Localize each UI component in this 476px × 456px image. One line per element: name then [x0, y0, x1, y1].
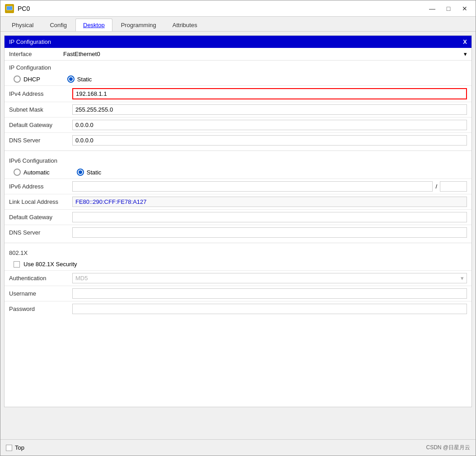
- content-spacer: [5, 316, 471, 407]
- ipv6-prefix-input[interactable]: [440, 181, 467, 192]
- app-icon: [5, 4, 14, 13]
- svg-rect-2: [7, 6, 12, 10]
- auth-value: MD5: [75, 275, 88, 282]
- ipv6-address-label: IPv6 Address: [9, 183, 72, 190]
- panel-close-button[interactable]: X: [463, 38, 467, 45]
- subnet-mask-row: Subnet Mask: [5, 102, 471, 117]
- dns-server-label: DNS Server: [9, 137, 72, 144]
- top-checkbox[interactable]: [6, 445, 12, 451]
- ipv4-section-title: IP Configuration: [5, 61, 471, 73]
- interface-label: Interface: [9, 51, 63, 57]
- window-controls: — □ ✕: [426, 4, 471, 14]
- watermark: CSDN @日星月云: [426, 444, 470, 451]
- automatic-label: Automatic: [23, 169, 50, 176]
- ipv6-address-input[interactable]: [72, 181, 433, 192]
- ipv4-address-label: IPv4 Address: [9, 90, 72, 97]
- ipv6-slash: /: [433, 183, 440, 190]
- title-bar: PC0 — □ ✕: [0, 0, 476, 17]
- ipv4-address-row: IPv4 Address: [5, 85, 471, 102]
- ipv6-gateway-row: Default Gateway: [5, 209, 471, 225]
- tab-bar: Physical Config Desktop Programming Attr…: [0, 17, 476, 32]
- ipv6-gateway-input[interactable]: [72, 212, 467, 222]
- ipv6-dns-label: DNS Server: [9, 229, 72, 236]
- ipv6-gateway-label: Default Gateway: [9, 214, 72, 221]
- dns-server-input[interactable]: [72, 135, 467, 146]
- ipv4-address-input[interactable]: [72, 88, 467, 99]
- section-divider-2: [5, 243, 471, 243]
- use-security-row: Use 802.1X Security: [5, 258, 471, 270]
- ipv6-dns-row: DNS Server: [5, 225, 471, 240]
- interface-value: FastEthernet0: [63, 51, 100, 57]
- dropdown-icon: ▾: [464, 51, 467, 57]
- auth-dropdown[interactable]: MD5 ▾: [72, 273, 467, 283]
- minimize-button[interactable]: —: [426, 4, 439, 14]
- username-row: Username: [5, 286, 471, 301]
- default-gateway-input[interactable]: [72, 120, 467, 130]
- link-local-input: [72, 197, 467, 207]
- subnet-mask-label: Subnet Mask: [9, 106, 72, 113]
- ipv6-static-radio[interactable]: [77, 169, 84, 176]
- ipv6-section-title: IPv6 Configuration: [5, 154, 471, 166]
- interface-row: Interface FastEthernet0 ▾: [5, 48, 471, 61]
- subnet-mask-input[interactable]: [72, 104, 467, 115]
- ipv6-address-row: IPv6 Address /: [5, 179, 471, 194]
- ipv6-static-label: Static: [87, 169, 102, 176]
- auth-row: Authentication MD5 ▾: [5, 270, 471, 286]
- ipv6-static-option[interactable]: Static: [77, 169, 102, 176]
- tab-programming[interactable]: Programming: [113, 19, 164, 31]
- use-security-checkbox[interactable]: [14, 261, 20, 268]
- ipv6-dns-input[interactable]: [72, 227, 467, 238]
- content-area: IP Configuration X Interface FastEtherne…: [0, 32, 476, 439]
- link-local-row: Link Local Address: [5, 194, 471, 209]
- interface-dropdown[interactable]: FastEthernet0 ▾: [63, 51, 467, 57]
- top-checkbox-row: Top: [6, 444, 24, 451]
- password-label: Password: [9, 306, 72, 312]
- auth-label: Authentication: [9, 275, 72, 282]
- password-row: Password: [5, 301, 471, 316]
- panel-header: IP Configuration X: [5, 36, 471, 48]
- default-gateway-label: Default Gateway: [9, 122, 72, 128]
- dhcp-radio[interactable]: [14, 75, 21, 83]
- main-window: PC0 — □ ✕ Physical Config Desktop Progra…: [0, 0, 476, 456]
- auth-dropdown-icon: ▾: [461, 275, 464, 282]
- dhcp-label: DHCP: [23, 76, 40, 83]
- username-label: Username: [9, 290, 72, 297]
- dns-server-row: DNS Server: [5, 132, 471, 148]
- username-input[interactable]: [72, 288, 467, 299]
- window-title: PC0: [18, 5, 426, 12]
- ipv6-radio-row: Automatic Static: [5, 166, 471, 179]
- tab-physical[interactable]: Physical: [4, 19, 41, 31]
- static-option[interactable]: Static: [67, 75, 92, 83]
- bottom-bar: Top CSDN @日星月云: [0, 439, 476, 456]
- static-radio[interactable]: [67, 75, 75, 83]
- svg-rect-1: [8, 10, 11, 11]
- window-close-button[interactable]: ✕: [458, 4, 471, 14]
- panel-title: IP Configuration: [9, 38, 51, 45]
- automatic-radio[interactable]: [14, 169, 21, 176]
- automatic-option[interactable]: Automatic: [14, 169, 50, 176]
- top-label: Top: [15, 444, 24, 451]
- ip-config-panel: IP Configuration X Interface FastEtherne…: [4, 35, 472, 407]
- tab-config[interactable]: Config: [42, 19, 75, 31]
- ipv4-radio-row: DHCP Static: [5, 73, 471, 85]
- link-local-label: Link Local Address: [9, 198, 72, 205]
- password-input[interactable]: [72, 304, 467, 314]
- tab-desktop[interactable]: Desktop: [75, 19, 112, 31]
- static-label: Static: [77, 76, 92, 83]
- dhcp-option[interactable]: DHCP: [14, 75, 40, 83]
- use-security-label: Use 802.1X Security: [23, 261, 77, 268]
- section-divider-1: [5, 150, 471, 151]
- maximize-button[interactable]: □: [442, 4, 455, 14]
- default-gateway-row: Default Gateway: [5, 117, 471, 132]
- tab-attributes[interactable]: Attributes: [165, 19, 205, 31]
- dot1x-section-title: 802.1X: [5, 246, 471, 258]
